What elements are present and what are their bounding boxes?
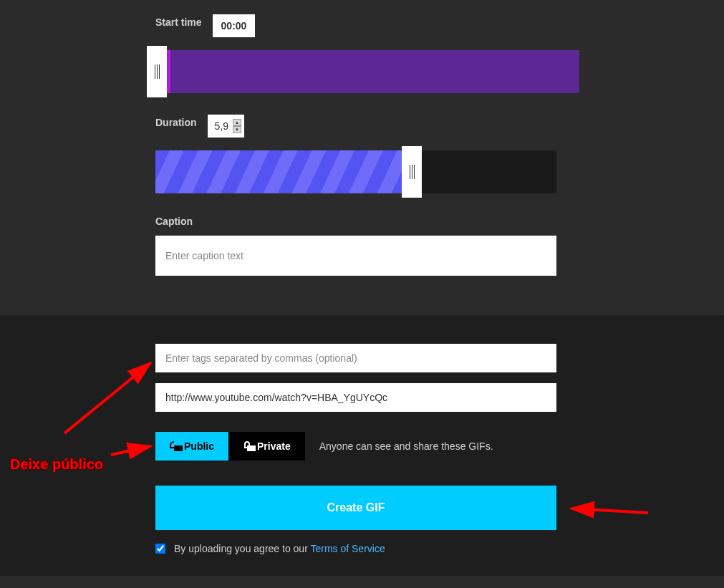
duration-slider[interactable] [155, 150, 556, 193]
lock-icon [243, 441, 251, 451]
slider-fill [166, 50, 579, 93]
source-url-input[interactable] [155, 383, 556, 412]
private-label: Private [257, 440, 291, 452]
caption-label: Caption [155, 216, 193, 227]
privacy-description: Anyone can see and share these GIFs. [319, 440, 493, 452]
stepper-down[interactable]: ▼ [233, 126, 241, 133]
start-time-value[interactable]: 00:00 [213, 14, 256, 37]
terms-link[interactable]: Terms of Service [310, 543, 385, 554]
start-time-slider[interactable] [155, 50, 556, 93]
agree-checkbox[interactable] [155, 544, 165, 554]
public-button[interactable]: Public [155, 432, 228, 461]
start-time-label: Start time [155, 16, 202, 28]
start-slider-handle[interactable] [147, 46, 167, 97]
caption-input[interactable] [155, 236, 556, 276]
duration-label: Duration [155, 117, 197, 128]
agree-text: By uploading you agree to our Terms of S… [174, 543, 385, 554]
duration-slider-handle[interactable] [402, 146, 422, 198]
duration-stepper[interactable]: 5,9 ▲ ▼ [208, 115, 244, 138]
unlock-icon [170, 441, 178, 451]
privacy-toggle: Public Private [155, 432, 305, 461]
grip-icon [155, 64, 160, 79]
duration-value: 5,9 [215, 120, 228, 132]
duration-fill [155, 150, 402, 193]
private-button[interactable]: Private [228, 432, 305, 461]
tags-input[interactable] [155, 344, 556, 372]
grip-icon [410, 165, 415, 179]
public-label: Public [184, 440, 214, 452]
agree-prefix: By uploading you agree to our [174, 543, 310, 554]
stepper-up[interactable]: ▲ [233, 119, 241, 126]
create-gif-button[interactable]: Create GIF [155, 486, 556, 530]
